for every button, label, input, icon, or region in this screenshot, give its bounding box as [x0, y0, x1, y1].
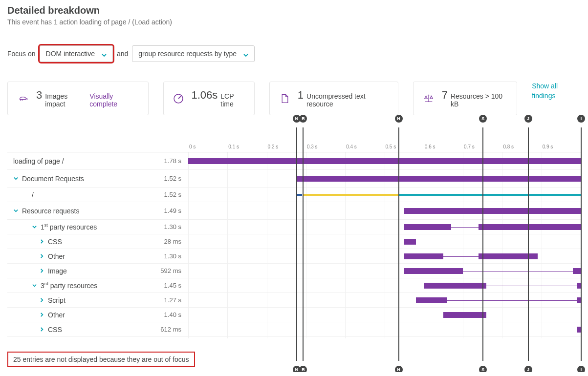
bar — [404, 208, 581, 214]
bar — [479, 224, 581, 230]
row-label-text: / — [32, 191, 34, 199]
row-label: 3rd party resources — [7, 281, 134, 290]
tick-label: 0 s — [189, 144, 196, 149]
marker-badge: N — [293, 366, 301, 372]
card-text: Uncompressed text resource — [306, 92, 389, 108]
tick-label: 0.7 s — [464, 144, 475, 149]
card-uncompressed[interactable]: 1 Uncompressed text resource — [269, 82, 398, 115]
waterfall-row-slash[interactable]: /1.52 s — [7, 188, 581, 202]
bar — [424, 283, 486, 289]
filter-row: Focus on DOM interactive and group resou… — [7, 45, 581, 62]
bar — [577, 327, 581, 333]
row-time: 1.30 s — [134, 223, 188, 230]
row-label-text: 1st party resources — [41, 223, 97, 231]
row-label-text: Script — [48, 296, 65, 304]
row-label: Script — [7, 296, 134, 304]
row-label: loading of page / — [7, 157, 134, 165]
bar — [443, 256, 479, 257]
waterfall-row-other2[interactable]: Other1.40 s — [7, 308, 581, 322]
bar — [451, 227, 479, 228]
focus-select[interactable]: DOM interactive — [40, 45, 113, 62]
row-label-text: CSS — [48, 326, 62, 334]
card-text: Images impact — [45, 92, 87, 108]
group-select-value: group resource requests by type — [138, 50, 237, 58]
row-label-text: Other — [48, 311, 65, 319]
waterfall-row-resreq[interactable]: Resource requests1.49 s — [7, 202, 581, 220]
bar — [463, 271, 581, 272]
row-time: 1.45 s — [134, 282, 188, 289]
row-bars — [188, 282, 581, 290]
card-resources[interactable]: 7 Resources > 100 kB — [413, 82, 518, 115]
chevron-right-icon[interactable] — [39, 327, 44, 332]
row-time: 1.40 s — [134, 311, 188, 318]
chevron-right-icon[interactable] — [39, 313, 44, 317]
marker-badge: H — [395, 115, 403, 123]
bar — [486, 286, 577, 286]
chevron-right-icon[interactable] — [39, 254, 44, 259]
chevron-right-icon[interactable] — [39, 239, 44, 244]
card-lcp[interactable]: 1.06s LCP time — [163, 82, 255, 115]
gauge-icon — [173, 92, 185, 105]
row-label: CSS — [7, 238, 134, 246]
row-label: Resource requests — [7, 207, 134, 215]
marker-badge: H — [395, 366, 403, 372]
bar — [416, 297, 447, 303]
row-label-text: Other — [48, 252, 65, 260]
row-bars — [188, 267, 581, 275]
bar — [296, 194, 302, 196]
tick-label: 0.1 s — [228, 144, 239, 149]
footer-note: 25 entries are not displayed because the… — [7, 352, 195, 367]
focus-select-value: DOM interactive — [46, 50, 95, 58]
waterfall-row-css2[interactable]: CSS612 ms — [7, 322, 581, 337]
bar — [404, 268, 463, 274]
bar — [404, 224, 451, 230]
chevron-down-icon — [102, 51, 107, 56]
bar — [577, 283, 581, 289]
waterfall-row-first[interactable]: 1st party resources1.30 s — [7, 220, 581, 234]
waterfall-row-image[interactable]: Image592 ms — [7, 264, 581, 278]
card-images[interactable]: 3 Images impact Visually complete — [7, 82, 149, 115]
scale-icon — [422, 92, 435, 105]
row-time: 612 ms — [134, 326, 188, 333]
row-time: 1.78 s — [134, 157, 188, 165]
row-bars — [188, 191, 581, 199]
waterfall-row-loading[interactable]: loading of page /1.78 s — [7, 152, 581, 170]
row-time: 1.30 s — [134, 252, 188, 260]
tick-label: 0.6 s — [425, 144, 436, 149]
bar — [479, 253, 537, 259]
bar — [404, 239, 416, 245]
row-bars — [188, 238, 581, 246]
tick-label: 0.4 s — [346, 144, 357, 149]
chevron-right-icon[interactable] — [39, 269, 44, 273]
turtle-icon — [17, 92, 29, 105]
waterfall-row-docreq[interactable]: Document Requests1.52 s — [7, 170, 581, 188]
group-select[interactable]: group resource requests by type — [132, 45, 255, 62]
row-bars — [188, 157, 581, 165]
row-label-text: loading of page / — [13, 157, 64, 165]
bar — [398, 194, 581, 196]
chevron-down-icon[interactable] — [13, 176, 18, 181]
marker-badge: S — [479, 115, 487, 123]
row-label-text: Resource requests — [22, 207, 80, 215]
chevron-down-icon[interactable] — [13, 209, 18, 213]
waterfall-row-other1[interactable]: Other1.30 s — [7, 249, 581, 264]
marker-badge: J — [524, 115, 532, 123]
page-title: Detailed breakdown — [7, 5, 581, 16]
tick-label: 0.8 s — [503, 144, 514, 149]
show-all-findings-link[interactable]: Show all findings — [532, 82, 581, 115]
chevron-down-icon[interactable] — [32, 225, 37, 230]
chevron-right-icon[interactable] — [39, 298, 44, 303]
row-bars — [188, 223, 581, 231]
row-time: 1.52 s — [134, 191, 188, 198]
waterfall-row-third[interactable]: 3rd party resources1.45 s — [7, 278, 581, 293]
bar — [577, 297, 581, 303]
row-time: 1.49 s — [134, 207, 188, 214]
bar — [296, 176, 581, 182]
row-label: 1st party resources — [7, 223, 134, 231]
waterfall-row-script[interactable]: Script1.27 s — [7, 293, 581, 308]
chevron-down-icon[interactable] — [32, 283, 37, 288]
waterfall-row-css1[interactable]: CSS28 ms — [7, 234, 581, 249]
card-link[interactable]: Visually complete — [89, 92, 139, 108]
row-time: 592 ms — [134, 267, 188, 274]
marker-badge: S — [479, 366, 487, 372]
